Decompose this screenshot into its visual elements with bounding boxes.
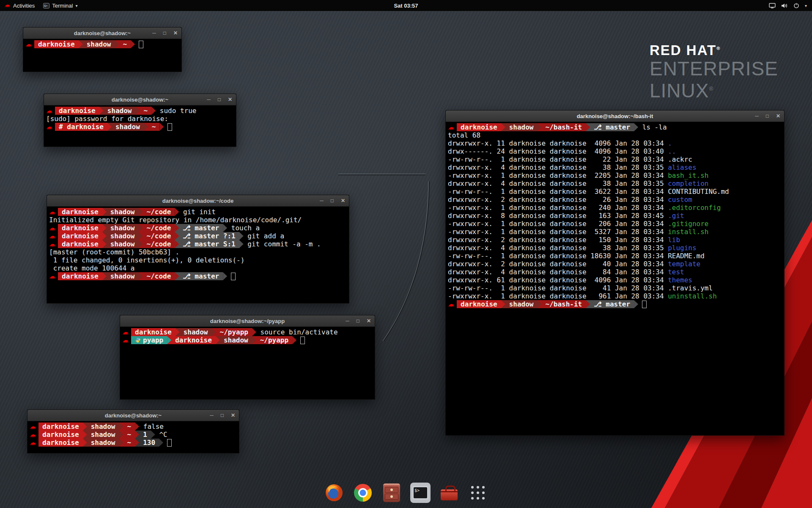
output-line: -rwxrwxr-x. 1 darknoise darknoise 240 Ja… (448, 204, 782, 212)
powerline-arrow (102, 224, 107, 232)
powerline-arrow (83, 431, 87, 439)
powerline-arrow (586, 300, 590, 308)
powerline-separator-icon (102, 232, 107, 240)
titlebar[interactable]: darknoise@shadow:~ ─ □ ✕ (23, 28, 181, 39)
dock-files-icon[interactable] (381, 483, 402, 503)
terminal-cursor (167, 439, 172, 447)
terminal-window-code[interactable]: darknoise@shadow:~/code ─ □ ✕ darknoises… (47, 195, 349, 304)
prompt-segment-path: ~ (140, 107, 152, 115)
dock-terminal-icon[interactable]: $> (410, 483, 431, 503)
prompt-segment-path: ~/code (143, 240, 175, 248)
prompt-segment-user: darknoise (58, 208, 102, 216)
prompt-segment-user: darknoise (457, 123, 501, 131)
terminal-body[interactable]: darknoiseshadow~ falsedarknoiseshadow~1 … (27, 421, 239, 448)
activities-button[interactable]: Activities (0, 0, 39, 11)
maximize-button[interactable]: □ (163, 30, 166, 36)
prompt-segment-path: ~ (123, 439, 135, 447)
prompt-segment-path: ~/bash-it (542, 300, 586, 308)
output-line: drwxrwxr-x. 4 darknoise darknoise 38 Jan… (448, 179, 782, 188)
terminal-window-bashit[interactable]: darknoise@shadow:~/bash-it ─ □ ✕ darknoi… (445, 110, 785, 436)
powerline-separator-icon (83, 439, 87, 447)
powerline-separator-icon (501, 123, 505, 131)
command-text: sudo true (156, 107, 196, 115)
powerline-separator-icon (538, 300, 542, 308)
powerline-arrow (167, 336, 171, 344)
output-line: drwxrwxr-x. 2 darknoise darknoise 150 Ja… (448, 236, 782, 244)
dock-app-grid-icon[interactable] (468, 483, 488, 503)
titlebar[interactable]: darknoise@shadow:~/pyapp ─ □ ✕ (120, 315, 375, 327)
prompt-line: darknoiseshadow~/code⎇ master (49, 272, 347, 280)
powerline-separator-icon (175, 224, 179, 232)
maximize-button[interactable]: □ (221, 413, 224, 418)
close-button[interactable]: ✕ (776, 113, 780, 119)
window-title: darknoise@shadow:~/pyapp (210, 318, 285, 324)
command-text: touch a (227, 224, 260, 232)
maximize-button[interactable]: □ (331, 198, 334, 203)
dock-firefox-icon[interactable] (324, 483, 344, 503)
titlebar[interactable]: darknoise@shadow:~/code ─ □ ✕ (47, 195, 349, 207)
output-line: drwxrwxr-x. 8 darknoise darknoise 163 Ja… (448, 212, 782, 220)
prompt-segment-host: shadow (107, 232, 139, 240)
close-button[interactable]: ✕ (173, 30, 178, 36)
terminal-window-home-1[interactable]: darknoise@shadow:~ ─ □ ✕ darknoiseshadow… (23, 27, 182, 72)
minimize-button[interactable]: ─ (207, 97, 211, 102)
terminal-window-exitcodes[interactable]: darknoise@shadow:~ ─ □ ✕ darknoiseshadow… (27, 409, 239, 453)
maximize-button[interactable]: □ (218, 97, 221, 102)
maximize-button[interactable]: □ (357, 318, 359, 323)
powerline-separator-icon (159, 439, 163, 447)
prompt-segment-path: ~/code (143, 232, 175, 240)
powerline-arrow (634, 123, 638, 131)
dock-chrome-icon[interactable] (353, 483, 373, 503)
minimize-button[interactable]: ─ (755, 113, 759, 119)
output-line: -rwxrwxr-x. 1 darknoise darknoise 5327 J… (448, 228, 782, 236)
powerline-arrow (83, 439, 87, 447)
output-line: drwxrwxr-x. 61 darknoise darknoise 4096 … (448, 276, 782, 284)
output-line: -rw-rw-r--. 1 darknoise darknoise 41 Jan… (448, 284, 782, 292)
powerline-arrow (176, 328, 180, 336)
powerline-arrow (107, 123, 112, 131)
prompt-segment-host: shadow (107, 208, 139, 216)
minimize-button[interactable]: ─ (320, 198, 324, 203)
system-status-area[interactable]: ▾ (764, 0, 812, 11)
close-button[interactable]: ✕ (228, 97, 232, 102)
powerline-separator-icon (119, 431, 123, 439)
redhat-icon (122, 336, 131, 345)
file-name: completion (668, 179, 708, 188)
powerline-arrow (252, 336, 256, 344)
terminal-app-icon: $> (43, 3, 49, 8)
powerline-arrow (538, 300, 542, 308)
powerline-arrow (212, 328, 216, 336)
prompt-segment-host: shadow (83, 40, 115, 48)
close-button[interactable]: ✕ (231, 413, 235, 418)
titlebar[interactable]: darknoise@shadow:~ ─ □ ✕ (27, 410, 239, 421)
terminal-body[interactable]: darknoiseshadow~ sudo true[sudo] passwor… (44, 105, 236, 132)
titlebar[interactable]: darknoise@shadow:~/bash-it ─ □ ✕ (446, 110, 784, 122)
terminal-window-sudo[interactable]: darknoise@shadow:~ ─ □ ✕ darknoiseshadow… (44, 94, 236, 147)
dock-toolbox-icon[interactable] (439, 483, 459, 503)
terminal-window-pyapp[interactable]: darknoise@shadow:~/pyapp ─ □ ✕ darknoise… (120, 315, 375, 400)
powerline-arrow (634, 300, 638, 308)
powerline-arrow (216, 336, 220, 344)
minimize-button[interactable]: ─ (346, 318, 349, 323)
file-name: .ackrc (668, 155, 692, 163)
file-name: aliases (668, 163, 696, 171)
close-button[interactable]: ✕ (367, 318, 371, 323)
minimize-button[interactable]: ─ (152, 30, 156, 36)
powerline-arrow (135, 439, 139, 447)
titlebar[interactable]: darknoise@shadow:~ ─ □ ✕ (44, 94, 236, 105)
powerline-arrow (102, 232, 107, 240)
terminal-body[interactable]: darknoiseshadow~/pyapp source bin/activa… (120, 327, 375, 345)
terminal-body[interactable]: darknoiseshadow~/code git initInitialize… (47, 207, 349, 282)
app-menu-terminal[interactable]: $> Terminal ▾ (39, 0, 82, 11)
maximize-button[interactable]: □ (766, 113, 769, 119)
prompt-line: # darknoiseshadow~ (46, 123, 234, 131)
clock[interactable]: Sat 03:57 (394, 3, 418, 9)
terminal-body[interactable]: darknoiseshadow~ (23, 39, 181, 50)
close-button[interactable]: ✕ (341, 198, 345, 203)
minimize-button[interactable]: ─ (210, 413, 214, 418)
terminal-body[interactable]: darknoiseshadow~/bash-it⎇ master ls -lat… (446, 122, 784, 309)
prompt-segment-git: ⎇ master ?:1 (179, 232, 239, 240)
powerline-arrow (115, 40, 119, 48)
prompt-segment-user: darknoise (58, 272, 102, 280)
powerline-separator-icon (135, 439, 139, 447)
